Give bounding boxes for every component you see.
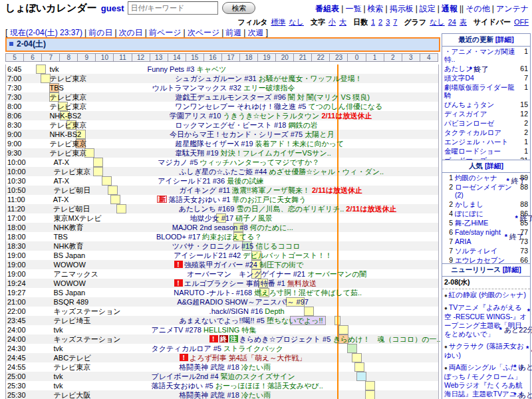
nav-link[interactable]: 一覧 bbox=[345, 4, 361, 13]
nav-link[interactable]: アンテナ bbox=[496, 4, 529, 13]
program-title-link[interactable]: .hack//SIGN #16 Depth bbox=[209, 307, 285, 315]
program-title-link[interactable]: 遊戯王デュエルモンスターズ #96 闇 対 闇(マリク VS 獏良) bbox=[175, 93, 370, 101]
releases-detail-link[interactable]: [詳細] bbox=[503, 265, 521, 273]
toolbar-option[interactable]: 標準 bbox=[271, 18, 285, 26]
nav-link[interactable]: 検索 bbox=[368, 4, 384, 13]
recent-title-link[interactable]: ディスガイア bbox=[444, 110, 516, 118]
program-title-link[interactable]: 韋駄天翔 #19 対決！フレイムカイザーVSサン.. bbox=[175, 149, 331, 157]
nav-link[interactable]: 通報 bbox=[442, 4, 458, 13]
program-title-link[interactable]: ガイキング #11 激震!!将軍ノーザ襲来！ 2/11は放送休止 bbox=[179, 186, 362, 194]
program-title-link[interactable]: マジカノ #5 ウィッチハンターってマジですか？ bbox=[158, 158, 319, 166]
popular-rank: 2 bbox=[444, 183, 453, 199]
search-input[interactable] bbox=[128, 1, 218, 15]
datenav-link[interactable]: 前ページ bbox=[149, 28, 182, 37]
user-link[interactable]: guest bbox=[101, 3, 124, 13]
program-title-link[interactable]: ！エルゴプラクシー 事前特番 #1 無料放送 bbox=[174, 279, 317, 287]
datenav-link[interactable]: 前の日 bbox=[88, 28, 112, 37]
recent-title-link[interactable]: 劇場版仮面ライダー龍騎 bbox=[444, 83, 516, 99]
program-title-link[interactable]: ワンワンセレプー それゆけ！徹之進 #5 てつのしん俳優になる bbox=[175, 102, 382, 110]
status-link[interactable]: * bbox=[513, 363, 516, 371]
program-title-link[interactable]: アイシールド21 #42 デビルバットゴースト！！ bbox=[174, 251, 332, 259]
toolbar-option[interactable]: OFF bbox=[514, 18, 529, 26]
recent-title-link[interactable]: 頭文字D4 bbox=[444, 74, 516, 82]
recent-title-link[interactable]: びんちょうタン bbox=[444, 100, 516, 108]
program-title-link[interactable]: BLOOD+ #17 約束おぼえてる？ bbox=[156, 233, 262, 241]
channel-label: テレビ東京 bbox=[49, 140, 86, 148]
program-title-link[interactable]: ロックマンエグゼ・ビースト #18 鋼鉄の岩 bbox=[175, 121, 318, 129]
popular-title-link[interactable]: かしまし bbox=[455, 200, 516, 208]
program-title-link[interactable]: 落語天女おゆい #5 おーっほほほ！落語天女みやび.. bbox=[152, 382, 323, 390]
status-link[interactable]: * bbox=[506, 177, 509, 185]
program-title-link[interactable]: 新落語天女おゆい #1 華のお江戸に天女舞う bbox=[157, 196, 306, 203]
toolbar-option[interactable]: 表 bbox=[460, 18, 467, 26]
toolbar-option[interactable]: 3 bbox=[386, 18, 390, 26]
program-title-link[interactable]: ウルトラマンマックス #32 エリー破壊指令 bbox=[152, 84, 295, 92]
status-link[interactable]: * bbox=[527, 307, 530, 315]
search-button[interactable]: 検索 bbox=[222, 2, 255, 14]
datenav-link[interactable]: 前週 bbox=[225, 28, 241, 37]
program-title-link[interactable]: あたしンち #169 雪の日／川島、恋のギリギリチ.. 2/11は放送休止 bbox=[179, 205, 397, 213]
release-link[interactable]: 紅の静寂 (灼眼のシャナ) bbox=[449, 291, 526, 299]
release-link[interactable]: サクラサク (落語天女おゆい) bbox=[444, 342, 524, 359]
program-title-link[interactable]: ツバサ・クロニクル #15 信じるココロ bbox=[172, 242, 301, 250]
program-title-link[interactable]: 地獄少女 #17 硝子ノ風景 bbox=[190, 214, 273, 222]
program-title-link[interactable]: 格闘美神 武龍 #18 冷たい雨 bbox=[179, 391, 271, 399]
toolbar-option[interactable]: 7 bbox=[393, 18, 397, 26]
program-row: 18:00TBSBLOOD+ #17 約束おぼえてる？*終了 bbox=[6, 232, 438, 241]
recent-title-link[interactable]: タクティカルロア bbox=[444, 128, 516, 136]
datenav-link[interactable]: 次の日 bbox=[119, 28, 143, 37]
status-link[interactable]: * bbox=[513, 391, 516, 399]
program-title-link[interactable]: オーバーマン キングゲイナー #21 オーバーマンの闇 bbox=[187, 270, 366, 278]
status-link[interactable]: * bbox=[505, 233, 507, 241]
popular-title-link[interactable]: 舞-乙HiME bbox=[455, 219, 516, 227]
recent-detail-link[interactable]: [詳細] bbox=[495, 35, 514, 43]
recent-title-link[interactable]: エンジェル・ハート bbox=[444, 138, 516, 146]
program-title-link[interactable]: Funny Pets #3 キャベツ bbox=[147, 65, 226, 73]
popular-title-link[interactable]: ローゼンメイデン(2) bbox=[455, 183, 516, 199]
toolbar-option[interactable]: 2 bbox=[378, 18, 382, 26]
popular-title-link[interactable]: ぽにぽに bbox=[455, 209, 516, 217]
toolbar-option[interactable]: 24 bbox=[448, 18, 456, 26]
status-link[interactable]: * bbox=[526, 344, 529, 352]
nav-link[interactable]: 設定 bbox=[420, 4, 436, 13]
datenav-link[interactable]: 次週 bbox=[247, 28, 263, 37]
status-link[interactable]: * bbox=[499, 326, 501, 334]
toolbar-option[interactable]: なし bbox=[430, 18, 445, 26]
toolbar-option[interactable]: 大 bbox=[339, 18, 346, 26]
program-title-link[interactable]: 超星艦隊セイザーX #19 装着アド！未来に向かって bbox=[175, 140, 344, 148]
program-title-link[interactable]: 今日からマ王！セカンド・シリーズ #75 太陽と月 bbox=[170, 130, 334, 138]
popular-detail-link[interactable]: [詳細] bbox=[485, 162, 503, 170]
status-link[interactable]: * bbox=[469, 65, 472, 73]
title-segment: 超星艦隊セイザーX #19 bbox=[175, 140, 255, 148]
program-title-link[interactable]: タクティカルロア #5 ストライクバック bbox=[152, 344, 283, 352]
status-cell: *終了 bbox=[469, 65, 489, 73]
program-title-link[interactable]: ふしぎ星の☆ふたご姫 #44 めざせ優勝☆シャル・ウィ・ダン.. bbox=[179, 168, 384, 176]
datenav-link[interactable]: 現在(2-04(土) 23:37) bbox=[10, 28, 82, 37]
status-link[interactable]: * bbox=[515, 214, 518, 222]
program-title-link[interactable]: ！終注きらめき☆プロジェクト #5 きらめけ！ 魂（ココロ）の一.. bbox=[209, 335, 441, 343]
program-title-link[interactable]: アイシールド21 #36 最後の試練 bbox=[158, 177, 263, 185]
recent-title-link[interactable]: パビヨンローゼ bbox=[444, 119, 516, 127]
program-title-link[interactable]: ！よろず刑事 第4話「萌え～大作戦」 bbox=[180, 354, 306, 362]
program-title-link[interactable]: ！強殖装甲ガイバー #24 制圧下の街で bbox=[174, 261, 304, 269]
program-title-link[interactable]: プレイボール2nd #4 緊迫のスクイズサイン bbox=[152, 372, 295, 380]
toolbar-option[interactable]: 1 bbox=[371, 18, 375, 26]
program-title-link[interactable]: 格闘美神 武龍 #18 冷たい雨 bbox=[179, 363, 271, 371]
popular-title-link[interactable]: ソルティレイ bbox=[455, 247, 516, 255]
nav-link[interactable]: 掲示板 bbox=[390, 4, 414, 13]
nav-link[interactable]: 番組表 bbox=[315, 4, 339, 13]
program-title-link[interactable]: NARUTO -ナルト- #168 燃えろ寸胴！混ぜて伸ばして茹.. bbox=[174, 289, 362, 297]
recent-title-link[interactable]: ・アニメ・マンガ関連特.. bbox=[444, 47, 516, 63]
datenav-link[interactable]: 次ページ bbox=[188, 28, 220, 37]
program-title-link[interactable]: 学園アリス #10 うきうき☆セントラルタウン 2/11は放送休止 bbox=[170, 112, 372, 120]
toolbar-option[interactable]: 小 bbox=[329, 18, 336, 26]
program-title-link[interactable]: アニメTV #278 HELLSING 特集 bbox=[152, 326, 257, 334]
program-title-link[interactable]: シュガシュガルーン #31 お騒がせ魔女・ワッフル登場！ bbox=[175, 74, 362, 82]
nav-link[interactable]: その他 bbox=[466, 4, 490, 13]
recent-title-link[interactable]: 金曜ロードショー bbox=[444, 147, 516, 155]
toolbar-option[interactable]: なし bbox=[289, 18, 304, 26]
program-title-link[interactable]: A&G超RADIO SHOW～アニスパ!～ #97 bbox=[177, 298, 309, 306]
nav-separator: | bbox=[341, 4, 343, 13]
program-title-link[interactable]: MAJOR 2nd season #8 何のために... bbox=[172, 223, 293, 231]
program-title-link[interactable]: あまえないでよっ!!喝!! #5 堕ちないでよっ!! bbox=[179, 317, 323, 325]
